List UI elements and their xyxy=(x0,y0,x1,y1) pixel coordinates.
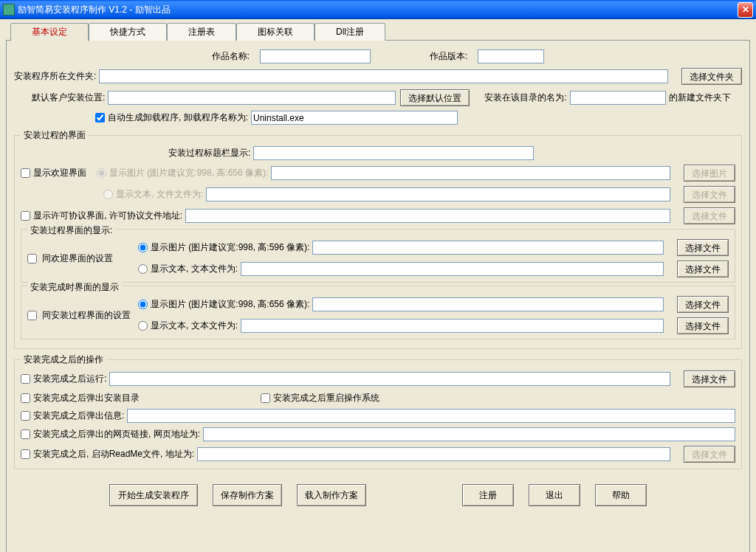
exit-button[interactable]: 退出 xyxy=(529,484,580,506)
choose-welcome-text-button: 选择文件 xyxy=(684,186,735,203)
open-folder-label: 安装完成之后弹出安装目录 xyxy=(33,392,140,404)
run-after-input[interactable] xyxy=(109,372,670,386)
show-welcome-checkbox[interactable] xyxy=(21,168,30,178)
popup-msg-label: 安装完成之后弹出信息: xyxy=(33,410,124,422)
popup-msg-checkbox[interactable] xyxy=(21,411,30,421)
show-license-label: 显示许可协议界面, 许可协议文件地址: xyxy=(33,210,182,222)
welcome-text-input[interactable] xyxy=(206,187,670,201)
tab-shortcut[interactable]: 快捷方式 xyxy=(89,23,167,41)
same-as-progress-checkbox[interactable] xyxy=(27,311,37,320)
auto-uninstall-label: 自动生成卸载程序, 卸载程序名称为: xyxy=(108,111,248,124)
install-dir-name-input[interactable] xyxy=(570,91,666,105)
choose-welcome-image-button: 选择图片 xyxy=(684,165,735,182)
install-progress-legend: 安装过程界面的显示: xyxy=(27,224,115,237)
tab-icon-assoc[interactable]: 图标关联 xyxy=(236,23,315,41)
readme-label: 安装完成之后, 启动ReadMe文件, 地址为: xyxy=(33,448,194,460)
help-button[interactable]: 帮助 xyxy=(595,484,647,506)
install-dir-name-label: 安装在该目录的名为: xyxy=(484,92,566,104)
choose-complete-image-button[interactable]: 选择文件 xyxy=(677,296,729,313)
welcome-text-radio-label: 显示文本, 文件文件为: xyxy=(116,188,203,201)
window-title: 励智简易安装程序制作 V1.2 - 励智出品 xyxy=(18,4,738,16)
choose-folder-button[interactable]: 选择文件夹 xyxy=(681,68,742,85)
popup-link-label: 安装完成之后弹出的网页链接, 网页地址为: xyxy=(33,428,200,441)
choose-progress-image-button[interactable]: 选择文件 xyxy=(677,239,729,256)
product-name-input[interactable] xyxy=(260,49,371,63)
install-progress-group: 安装过程界面的显示: 同欢迎界面的设置 显示图片 (图片建议宽:998, 高:5… xyxy=(21,229,735,283)
same-as-welcome-label: 同欢迎界面的设置 xyxy=(42,253,113,263)
save-plan-button[interactable]: 保存制作方案 xyxy=(213,484,282,506)
post-install-legend: 安装完成之后的操作 xyxy=(21,353,106,366)
progress-image-radio[interactable] xyxy=(138,243,148,252)
progress-image-radio-label: 显示图片 (图片建议宽:998, 高:596 像素): xyxy=(151,241,309,254)
install-ui-group: 安装过程的界面 安装过程标题栏显示: 显示欢迎界面 显示图片 (图片建议宽:99… xyxy=(14,129,742,349)
complete-image-radio[interactable] xyxy=(138,300,148,309)
show-license-checkbox[interactable] xyxy=(21,211,30,221)
run-after-checkbox[interactable] xyxy=(21,374,30,384)
install-complete-legend: 安装完成时界面的显示 xyxy=(27,281,122,294)
register-button[interactable]: 注册 xyxy=(462,484,514,506)
bottom-button-bar: 开始生成安装程序 保存制作方案 载入制作方案 注册 退出 帮助 xyxy=(14,484,742,506)
progress-text-radio[interactable] xyxy=(138,264,148,274)
same-as-welcome-checkbox[interactable] xyxy=(27,254,37,263)
progress-image-input[interactable] xyxy=(312,241,664,255)
choose-default-button[interactable]: 选择默认位置 xyxy=(400,89,470,106)
complete-text-radio-label: 显示文本, 文本文件为: xyxy=(151,320,238,332)
tab-registry[interactable]: 注册表 xyxy=(167,23,236,41)
auto-uninstall-checkbox[interactable] xyxy=(95,113,105,123)
tab-bar: 基本设定 快捷方式 注册表 图标关联 Dll注册 xyxy=(10,22,750,40)
popup-link-input[interactable] xyxy=(203,427,735,441)
default-install-input[interactable] xyxy=(108,91,396,105)
load-plan-button[interactable]: 载入制作方案 xyxy=(297,484,366,506)
readme-checkbox[interactable] xyxy=(21,449,30,459)
progress-text-input[interactable] xyxy=(241,262,664,276)
install-ui-legend: 安装过程的界面 xyxy=(21,129,89,142)
product-version-input[interactable] xyxy=(478,49,544,63)
same-as-progress-label: 同安装过程界面的设置 xyxy=(42,310,131,320)
install-complete-group: 安装完成时界面的显示 同安装过程界面的设置 显示图片 (图片建议宽:998, 高… xyxy=(21,286,735,339)
choose-readme-button: 选择文件 xyxy=(684,446,735,463)
complete-text-radio[interactable] xyxy=(138,321,148,331)
uninstall-name-input[interactable] xyxy=(251,111,458,125)
product-version-label: 作品版本: xyxy=(430,50,467,63)
restart-label: 安装完成之后重启操作系统 xyxy=(273,392,379,404)
restart-checkbox[interactable] xyxy=(261,393,270,403)
choose-complete-text-button[interactable]: 选择文件 xyxy=(677,317,729,334)
tab-panel: 作品名称: 作品版本: 安装程序所在文件夹: 选择文件夹 默认客户安装位置: 选… xyxy=(6,40,750,552)
welcome-image-radio xyxy=(97,168,106,178)
run-after-label: 安装完成之后运行: xyxy=(33,373,106,385)
choose-progress-text-button[interactable]: 选择文件 xyxy=(677,261,729,277)
installer-folder-input[interactable] xyxy=(99,69,668,83)
license-file-input[interactable] xyxy=(185,209,670,223)
tab-dll-register[interactable]: Dll注册 xyxy=(315,23,385,41)
show-welcome-label: 显示欢迎界面 xyxy=(33,167,86,179)
complete-text-input[interactable] xyxy=(241,319,664,333)
choose-run-after-button[interactable]: 选择文件 xyxy=(684,370,735,387)
choose-license-file-button: 选择文件 xyxy=(684,207,735,224)
welcome-text-radio xyxy=(103,190,113,199)
app-icon xyxy=(3,4,15,15)
welcome-image-input[interactable] xyxy=(271,166,670,180)
titlebar-display-label: 安装过程标题栏显示: xyxy=(168,147,250,159)
tab-basic[interactable]: 基本设定 xyxy=(10,23,89,41)
complete-image-radio-label: 显示图片 (图片建议宽:998, 高:656 像素): xyxy=(151,298,309,311)
popup-link-checkbox[interactable] xyxy=(21,429,30,439)
welcome-image-radio-label: 显示图片 (图片建议宽:998, 高:656 像素): xyxy=(109,167,268,179)
titlebar-display-input[interactable] xyxy=(253,146,534,160)
installer-folder-label: 安装程序所在文件夹: xyxy=(14,70,96,83)
titlebar: 励智简易安装程序制作 V1.2 - 励智出品 ✕ xyxy=(0,0,756,19)
open-folder-checkbox[interactable] xyxy=(21,393,30,403)
new-folder-suffix-label: 的新建文件夹下 xyxy=(669,92,731,104)
complete-image-input[interactable] xyxy=(312,297,664,311)
start-build-button[interactable]: 开始生成安装程序 xyxy=(109,484,198,506)
close-button[interactable]: ✕ xyxy=(738,2,753,18)
progress-text-radio-label: 显示文本, 文本文件为: xyxy=(151,263,238,275)
default-install-label: 默认客户安装位置: xyxy=(32,92,105,104)
product-name-label: 作品名称: xyxy=(212,50,250,63)
readme-input[interactable] xyxy=(197,447,670,461)
post-install-group: 安装完成之后的操作 安装完成之后运行: 选择文件 安装完成之后弹出安装目录 安装… xyxy=(14,353,742,469)
popup-msg-input[interactable] xyxy=(127,409,735,423)
